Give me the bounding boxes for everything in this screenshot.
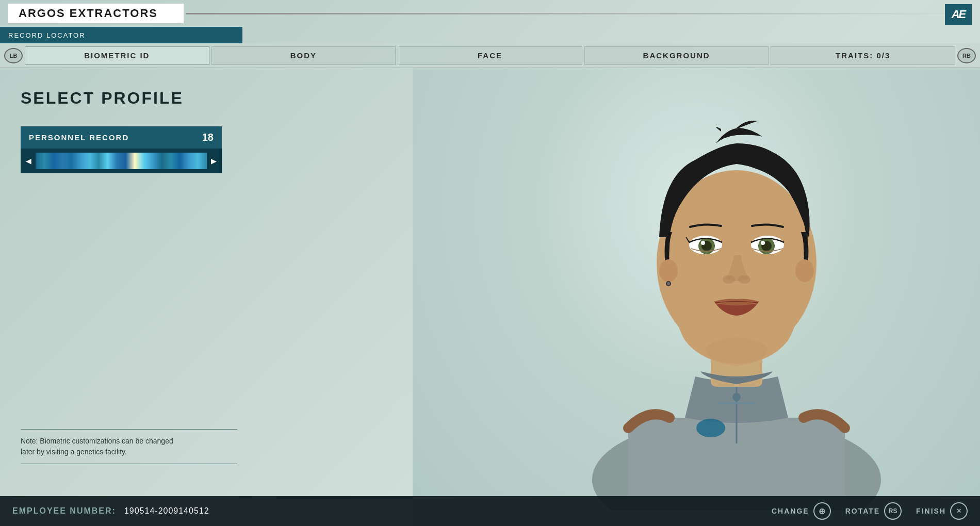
tab-traits[interactable]: TRAITS: 0/3 bbox=[771, 46, 955, 65]
character-portrait bbox=[413, 67, 980, 526]
tab-body[interactable]: BODY bbox=[211, 46, 396, 65]
dna-bar-container: ◀ ▶ bbox=[21, 149, 222, 173]
tab-biometric[interactable]: BIOMETRIC ID bbox=[25, 46, 209, 65]
title-bar: ARGOS EXTRACTORS AE bbox=[0, 0, 980, 27]
svg-point-22 bbox=[696, 419, 725, 437]
rotate-button[interactable]: RS bbox=[884, 502, 902, 520]
dna-prev-button[interactable]: ◀ bbox=[26, 157, 31, 165]
section-title: SELECT PROFILE bbox=[21, 89, 299, 108]
svg-point-19 bbox=[667, 282, 670, 285]
svg-point-3 bbox=[732, 393, 741, 401]
employee-number: 190514-2009140512 bbox=[124, 506, 209, 516]
title-line bbox=[186, 13, 972, 14]
rotate-label: ROTATE bbox=[845, 507, 880, 515]
record-locator-bar: RECORD LOCATOR bbox=[0, 27, 242, 43]
tab-background[interactable]: BACKGROUND bbox=[584, 46, 769, 65]
employee-label: EMPLOYEE NUMBER: bbox=[12, 506, 116, 516]
ae-logo: AE bbox=[945, 4, 972, 25]
bottom-actions: CHANGE ⊕ ROTATE RS FINISH ✕ bbox=[772, 502, 968, 520]
svg-point-17 bbox=[659, 259, 678, 282]
svg-point-15 bbox=[723, 275, 735, 284]
svg-point-10 bbox=[701, 241, 705, 245]
svg-point-16 bbox=[738, 275, 750, 284]
svg-rect-4 bbox=[718, 402, 755, 404]
title-text: ARGOS EXTRACTORS bbox=[19, 7, 158, 20]
change-label: CHANGE bbox=[772, 507, 809, 515]
personnel-card: PERSONNEL RECORD 18 ◀ ▶ bbox=[21, 126, 222, 173]
nav-left-button[interactable]: LB bbox=[4, 48, 23, 63]
character-svg bbox=[535, 67, 938, 511]
bottom-bar: EMPLOYEE NUMBER: 190514-2009140512 CHANG… bbox=[0, 496, 980, 526]
nav-right-button[interactable]: RB bbox=[957, 48, 976, 63]
nav-tabs: LB BIOMETRIC ID BODY FACE BACKGROUND TRA… bbox=[0, 43, 980, 68]
personnel-label: PERSONNEL RECORD bbox=[29, 133, 129, 142]
dna-bar[interactable] bbox=[36, 153, 207, 169]
tab-face[interactable]: FACE bbox=[398, 46, 582, 65]
rotate-action: ROTATE RS bbox=[845, 502, 902, 520]
finish-action: FINISH ✕ bbox=[916, 502, 968, 520]
personnel-number: 18 bbox=[202, 132, 214, 143]
svg-point-20 bbox=[795, 259, 814, 282]
record-locator-text: RECORD LOCATOR bbox=[8, 31, 86, 39]
app-title: ARGOS EXTRACTORS bbox=[8, 4, 184, 23]
finish-label: FINISH bbox=[916, 507, 946, 515]
finish-button[interactable]: ✕ bbox=[950, 502, 968, 520]
dna-next-button[interactable]: ▶ bbox=[211, 157, 217, 165]
svg-point-14 bbox=[761, 241, 765, 245]
header: ARGOS EXTRACTORS AE RECORD LOCATOR LB BI… bbox=[0, 0, 980, 68]
change-action: CHANGE ⊕ bbox=[772, 502, 831, 520]
main-content: SELECT PROFILE PERSONNEL RECORD 18 ◀ ▶ bbox=[0, 68, 320, 495]
svg-point-21 bbox=[706, 338, 767, 364]
change-button[interactable]: ⊕ bbox=[813, 502, 831, 520]
personnel-card-header: PERSONNEL RECORD 18 bbox=[21, 126, 222, 149]
